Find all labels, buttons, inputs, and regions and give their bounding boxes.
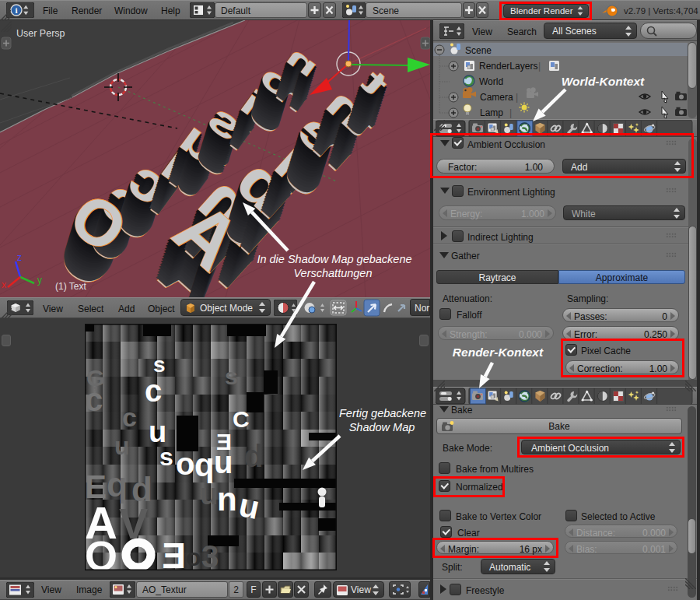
svg-text:c: c (122, 402, 137, 432)
svg-text:|: | (509, 107, 512, 118)
svg-text:o: o (176, 447, 194, 481)
svg-text:o: o (186, 543, 201, 570)
svg-text:C: C (233, 406, 250, 432)
svg-text:O: O (85, 532, 117, 570)
svg-text:Ģ: Ģ (86, 365, 104, 391)
svg-text:n: n (217, 481, 237, 518)
svg-text:|: | (538, 61, 541, 72)
svg-text:x: x (2, 279, 6, 290)
svg-text:z: z (17, 252, 22, 263)
svg-text:d: d (244, 439, 263, 473)
svg-text:i: i (15, 5, 17, 15)
svg-text:|: | (516, 92, 518, 103)
svg-text:3: 3 (201, 539, 219, 570)
svg-text:y: y (37, 275, 42, 286)
svg-text:u: u (214, 445, 233, 479)
svg-text:u: u (114, 432, 130, 460)
svg-text:c: c (145, 374, 162, 408)
svg-text:E: E (162, 535, 186, 570)
svg-text:User Persp: User Persp (16, 28, 65, 39)
svg-text:(1) Text: (1) Text (55, 281, 86, 292)
svg-text:s: s (225, 363, 238, 389)
svg-text:u: u (200, 478, 218, 511)
svg-text:s: s (159, 443, 173, 471)
